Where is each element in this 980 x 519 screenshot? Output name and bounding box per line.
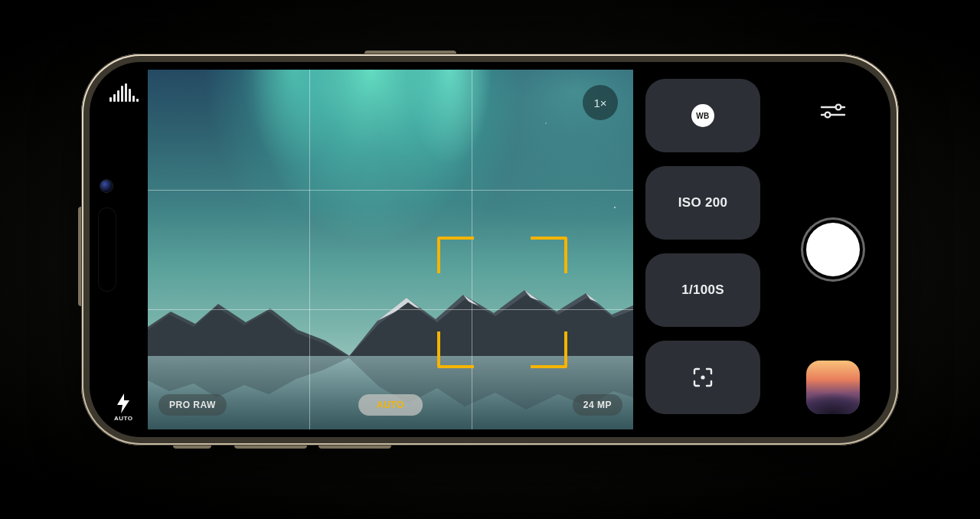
right-column — [803, 62, 863, 437]
svg-point-4 — [825, 113, 831, 118]
camera-app: AUTO — [90, 62, 890, 437]
physical-volume-down — [318, 446, 391, 449]
white-balance-tile[interactable]: WB — [645, 79, 760, 152]
resolution-pill[interactable]: 24 MP — [573, 394, 622, 416]
flash-mode-label: AUTO — [114, 415, 133, 422]
gallery-thumbnail[interactable] — [806, 361, 860, 414]
last-photo-preview — [806, 361, 860, 414]
wb-icon: WB — [691, 104, 714, 127]
format-pill[interactable]: PRO RAW — [158, 394, 227, 416]
physical-side-button — [364, 51, 456, 54]
mode-pill[interactable]: AUTO — [358, 394, 423, 416]
control-tiles: WB ISO 200 1/100S — [645, 79, 760, 414]
zoom-label: 1× — [593, 96, 606, 109]
sliders-icon — [820, 102, 846, 120]
shutter-speed-label: 1/100S — [681, 282, 724, 298]
svg-point-2 — [836, 105, 841, 110]
settings-sliders-button[interactable] — [820, 102, 846, 123]
flash-icon — [116, 393, 131, 413]
zoom-selector[interactable]: 1× — [583, 85, 618, 120]
stage: AUTO — [0, 0, 980, 519]
focus-mode-tile[interactable] — [645, 341, 760, 414]
shutter-button[interactable] — [806, 223, 860, 276]
flash-toggle[interactable]: AUTO — [114, 393, 133, 422]
shutter-speed-tile[interactable]: 1/100S — [645, 253, 760, 327]
physical-power-button — [78, 207, 81, 306]
viewfinder[interactable]: 1× PRO RAW AUTO 24 MP — [148, 70, 633, 429]
physical-volume-up — [234, 446, 307, 449]
iso-tile[interactable]: ISO 200 — [645, 166, 760, 240]
phone-frame: AUTO — [81, 54, 899, 446]
iso-label: ISO 200 — [678, 195, 727, 211]
physical-mute-switch — [173, 446, 211, 449]
focus-indicator[interactable] — [437, 237, 567, 368]
svg-point-0 — [701, 375, 704, 379]
histogram-icon[interactable] — [109, 83, 139, 102]
left-status-column: AUTO — [108, 62, 142, 437]
focus-target-icon — [691, 366, 714, 389]
screen: AUTO — [90, 62, 890, 437]
